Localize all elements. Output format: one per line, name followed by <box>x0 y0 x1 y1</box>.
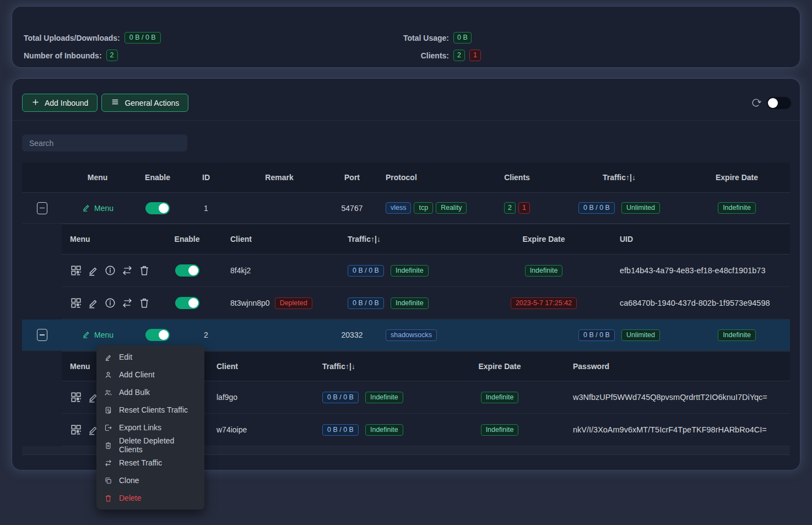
qrcode-icon[interactable] <box>70 391 82 403</box>
collapse-row-button[interactable] <box>37 202 47 214</box>
client-password: w3NfbzUPf5WWd745Q8pvsmQrdrttT2IO6knuI7Di… <box>549 393 767 402</box>
port-column-header: Port <box>344 173 360 182</box>
client-name-cell: 8t3wjnn8p0 Depleted <box>210 297 312 309</box>
menu-column-header: Menu <box>62 235 90 243</box>
reset-traffic-icon[interactable] <box>121 264 133 277</box>
toolbar-divider <box>12 120 800 121</box>
menu-item-edit[interactable]: Edit <box>96 348 204 366</box>
inbound-protocols: vless tcp Reality <box>376 202 467 214</box>
menu-column-header: Menu <box>62 362 90 371</box>
traffic-badge: 0 B / 0 B <box>348 265 384 277</box>
client-name: laf9go <box>210 393 237 402</box>
menu-item-add-bulk[interactable]: Add Bulk <box>96 383 204 401</box>
menu-item-delete[interactable]: Delete <box>96 489 204 507</box>
traffic-badge: 0 B / 0 B <box>348 297 384 309</box>
client-actions <box>62 297 150 309</box>
subtable1-header: Menu Enable Client Traffic↑|↓ Expire Dat… <box>62 224 790 255</box>
edit-client-icon[interactable] <box>87 297 99 309</box>
inbound-enable-switch[interactable] <box>145 202 170 214</box>
inbound-menu-label: Menu <box>94 331 113 339</box>
refresh-icon[interactable] <box>751 98 761 108</box>
menu-item-label: Delete Depleted Clients <box>119 436 197 454</box>
inbound-menu-link[interactable]: Menu <box>82 329 113 340</box>
menu-item-label: Delete <box>119 494 141 502</box>
client-column-header: Client <box>210 235 252 243</box>
info-icon[interactable] <box>104 297 116 309</box>
qrcode-icon[interactable] <box>70 264 82 277</box>
traffic-column-header[interactable]: Traffic↑|↓ <box>318 362 355 371</box>
inbound-row-1: Menu 1 54767 vless tcp Reality 2 1 0 B /… <box>22 193 790 224</box>
inbound-traffic: 0 B / 0 B Unlimited <box>578 202 660 214</box>
menu-item-add-client[interactable]: Add Client <box>96 366 204 383</box>
reset-traffic-icon[interactable] <box>121 297 133 309</box>
number-of-inbounds-value: 2 <box>106 50 118 61</box>
client-row: 8t3wjnn8p0 Depleted 0 B / 0 B Indefinite… <box>62 287 790 320</box>
client-traffic: 0 B / 0 B Indefinite <box>340 265 429 277</box>
inbound-menu-link[interactable]: Menu <box>82 203 113 214</box>
plus-icon <box>31 98 40 108</box>
edit-icon <box>104 353 112 361</box>
total-uploads-downloads-label: Total Uploads/Downloads: <box>24 34 120 42</box>
expire-column-header: Expire Date <box>716 173 758 182</box>
stats-card: Total Uploads/Downloads: 0 B / 0 B Numbe… <box>12 7 800 67</box>
qrcode-icon[interactable] <box>70 297 82 309</box>
clients-active-count: 2 <box>453 50 465 61</box>
client-name: w74ioipe <box>210 425 247 434</box>
menu-item-delete-depleted-clients[interactable]: Delete Depleted Clients <box>96 436 204 454</box>
clients-stat: Clients: 2 1 <box>376 50 481 61</box>
clients-active-badge: 2 <box>504 202 516 214</box>
menu-item-reset-traffic[interactable]: Reset Traffic <box>96 454 204 472</box>
menu-column-header: Menu <box>88 173 108 182</box>
menu-item-label: Reset Traffic <box>119 458 162 467</box>
depleted-badge: Depleted <box>275 297 312 309</box>
delete-client-icon[interactable] <box>138 297 150 309</box>
traffic-badge: 0 B / 0 B <box>322 392 359 403</box>
expire-badge: Indefinite <box>481 392 519 403</box>
menu-item-clone[interactable]: Clone <box>96 472 204 489</box>
inbound-enable-switch[interactable] <box>145 329 170 341</box>
traffic-column-header[interactable]: Traffic↑|↓ <box>340 235 381 243</box>
collapse-row-button[interactable] <box>37 329 47 341</box>
client-enable-switch[interactable] <box>175 264 199 277</box>
inbound-protocols: shadowsocks <box>376 329 437 341</box>
client-uid: efb14b43-4a79-4e83-ef18-e48cf1901b73 <box>610 266 765 275</box>
menu-item-label: Reset Clients Traffic <box>119 405 188 414</box>
dark-mode-switch[interactable] <box>767 97 791 109</box>
menu-item-label: Add Client <box>119 370 155 379</box>
traffic-total-badge: Unlimited <box>621 202 660 214</box>
traffic-badge: 0 B / 0 B <box>578 202 615 214</box>
qrcode-icon[interactable] <box>70 424 82 436</box>
users-icon <box>104 388 112 397</box>
traffic-total-badge: Indefinite <box>391 297 429 309</box>
minus-icon <box>40 334 45 335</box>
remark-column-header: Remark <box>265 173 293 182</box>
traffic-total-badge: Indefinite <box>391 265 429 277</box>
general-actions-button[interactable]: General Actions <box>101 94 188 112</box>
menu-item-export-links[interactable]: Export Links <box>96 419 204 436</box>
traffic-badge: 0 B / 0 B <box>322 424 359 436</box>
switch-knob <box>188 298 198 308</box>
inbound-context-menu: Edit Add Client Add Bulk Reset Clients T… <box>96 345 204 510</box>
switch-knob <box>159 203 169 213</box>
client-actions <box>62 264 150 277</box>
traffic-column-header[interactable]: Traffic↑|↓ <box>603 173 636 182</box>
add-inbound-label: Add Inbound <box>45 99 88 107</box>
inbound-id: 2 <box>204 331 208 339</box>
clients-column-header: Clients <box>504 173 530 182</box>
delete-client-icon[interactable] <box>138 264 150 277</box>
client-password: nkV/I/3XoAm9v6xMT/T5IcrF4TpeTKF98rHARbRo… <box>549 425 767 434</box>
client-enable-switch[interactable] <box>175 297 199 309</box>
add-inbound-button[interactable]: Add Inbound <box>22 94 98 112</box>
inbound-traffic: 0 B / 0 B Unlimited <box>578 329 660 341</box>
total-usage-value: 0 B <box>453 32 472 44</box>
reset-traffic-icon <box>104 459 112 467</box>
menu-item-reset-clients-traffic[interactable]: Reset Clients Traffic <box>96 401 204 419</box>
inbound-id: 1 <box>204 204 208 213</box>
inbounds-page: Total Uploads/Downloads: 0 B / 0 B Numbe… <box>0 0 812 525</box>
expire-badge: Indefinite <box>718 202 756 214</box>
info-icon[interactable] <box>104 264 116 277</box>
inbound-port: 20332 <box>342 331 363 339</box>
search-input[interactable] <box>22 134 187 151</box>
edit-client-icon[interactable] <box>87 264 99 277</box>
menu-item-label: Add Bulk <box>119 388 150 397</box>
